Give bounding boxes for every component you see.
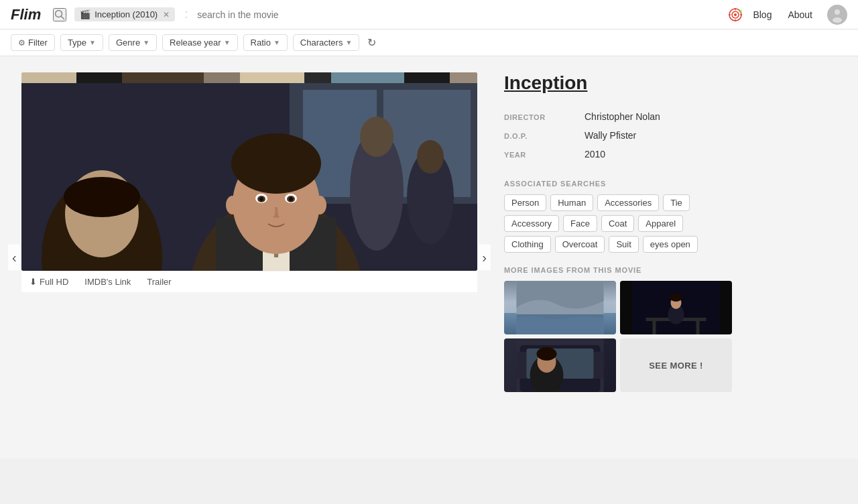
left-panel-wrapper: ‹ <box>21 72 477 442</box>
imdb-link[interactable]: IMDB's Link <box>84 277 131 287</box>
movie-tag-close-icon[interactable]: ✕ <box>163 10 170 19</box>
filter-icon: ⚙ <box>18 38 25 48</box>
movie-tag-icon: 🎬 <box>80 9 90 19</box>
characters-chevron-icon: ▼ <box>345 39 352 46</box>
svg-point-35 <box>313 196 326 214</box>
thumbnail-2[interactable] <box>620 281 732 334</box>
svg-point-32 <box>259 197 263 201</box>
search-tag[interactable]: Suit <box>609 236 638 253</box>
movie-image <box>21 83 477 271</box>
svg-point-16 <box>360 117 393 157</box>
ratio-label: Ratio <box>251 38 271 48</box>
movie-title[interactable]: Inception <box>504 72 732 94</box>
thumbnail-1[interactable] <box>504 281 616 334</box>
dop-row: D.O.P. Wally Pfister <box>504 126 732 145</box>
release-year-label: Release year <box>170 38 221 48</box>
app-header: Flim 🎬 Inception (2010) ✕ : Blog About <box>0 0 858 29</box>
filter-bar: ⚙ Filter Type ▼ Genre ▼ Release year ▼ R… <box>0 29 858 56</box>
release-year-chevron-icon: ▼ <box>224 39 231 46</box>
svg-point-27 <box>231 133 321 194</box>
year-label: YEAR <box>504 151 585 159</box>
refresh-icon[interactable]: ↻ <box>365 34 379 52</box>
about-link[interactable]: About <box>788 9 812 20</box>
full-hd-link[interactable]: ⬇ Full HD <box>29 277 68 287</box>
search-tag[interactable]: Apparel <box>638 215 683 232</box>
search-tag[interactable]: Accessory <box>504 215 559 232</box>
search-tag[interactable]: Coat <box>601 215 634 232</box>
user-avatar[interactable] <box>827 5 847 25</box>
svg-point-44 <box>670 294 682 302</box>
type-label: Type <box>68 38 86 48</box>
more-images-label: MORE IMAGES FROM THIS MOVIE <box>504 266 732 274</box>
director-row: DIRECTOR Christopher Nolan <box>504 107 732 126</box>
ratio-dropdown[interactable]: Ratio ▼ <box>243 34 288 51</box>
svg-point-51 <box>537 347 557 361</box>
thumbnails-grid: SEE MORE ! <box>504 281 732 392</box>
tags-container: PersonHumanAccessoriesTieAccessoryFaceCo… <box>504 194 732 253</box>
main-content: ‹ <box>0 56 858 458</box>
svg-point-9 <box>835 9 840 15</box>
svg-point-10 <box>833 17 842 23</box>
movie-frame <box>21 83 477 271</box>
search-tag[interactable]: Accessories <box>597 194 659 211</box>
download-icon: ⬇ <box>29 277 37 287</box>
meta-table: DIRECTOR Christopher Nolan D.O.P. Wally … <box>504 107 732 164</box>
trailer-link[interactable]: Trailer <box>147 277 171 287</box>
release-year-dropdown[interactable]: Release year ▼ <box>162 34 238 51</box>
characters-label: Characters <box>300 38 343 48</box>
app-logo: Flim <box>11 6 41 23</box>
genre-dropdown[interactable]: Genre ▼ <box>109 34 157 51</box>
target-icon-button[interactable] <box>725 4 746 25</box>
svg-point-4 <box>734 13 737 16</box>
svg-line-1 <box>62 16 64 19</box>
search-tag[interactable]: Face <box>563 215 597 232</box>
genre-label: Genre <box>116 38 140 48</box>
color-strip <box>21 72 477 83</box>
director-label: DIRECTOR <box>504 113 585 121</box>
movie-tag[interactable]: 🎬 Inception (2010) ✕ <box>74 7 175 21</box>
left-panel: ⬇ Full HD IMDB's Link Trailer <box>21 72 477 292</box>
search-tag[interactable]: Clothing <box>504 236 551 253</box>
type-dropdown[interactable]: Type ▼ <box>60 34 103 51</box>
characters-dropdown[interactable]: Characters ▼ <box>293 34 359 51</box>
svg-point-34 <box>226 196 239 214</box>
movie-tag-label: Inception (2010) <box>95 9 158 19</box>
svg-rect-41 <box>696 321 700 334</box>
full-hd-label: Full HD <box>40 277 68 287</box>
frame-bottom-bar: ⬇ Full HD IMDB's Link Trailer <box>21 271 477 292</box>
dop-label: D.O.P. <box>504 132 585 140</box>
filter-label: Filter <box>28 38 48 48</box>
genre-chevron-icon: ▼ <box>143 39 149 46</box>
search-tag[interactable]: Person <box>504 194 546 211</box>
dop-value: Wally Pfister <box>585 130 636 141</box>
filter-button[interactable]: ⚙ Filter <box>11 34 55 51</box>
ratio-chevron-icon: ▼ <box>273 39 280 46</box>
search-tag[interactable]: Human <box>550 194 593 211</box>
search-icon-button[interactable] <box>53 8 66 21</box>
search-tag[interactable]: eyes open <box>643 236 698 253</box>
see-more-button[interactable]: SEE MORE ! <box>620 338 732 392</box>
blog-link[interactable]: Blog <box>753 9 772 20</box>
search-tag[interactable]: Tie <box>663 194 690 211</box>
search-separator: : <box>184 7 188 21</box>
next-arrow[interactable]: › <box>478 245 491 271</box>
prev-arrow[interactable]: ‹ <box>8 245 21 271</box>
thumbnail-3[interactable] <box>504 338 616 392</box>
year-value: 2010 <box>585 149 605 160</box>
type-chevron-icon: ▼ <box>89 39 96 46</box>
search-input[interactable] <box>197 9 454 20</box>
year-row: YEAR 2010 <box>504 145 732 164</box>
associated-searches-label: ASSOCIATED SEARCHES <box>504 180 732 188</box>
search-tag[interactable]: Overcoat <box>555 236 605 253</box>
header-nav: Blog About <box>753 9 812 20</box>
right-panel: Inception DIRECTOR Christopher Nolan D.O… <box>504 72 732 442</box>
svg-point-18 <box>417 140 444 174</box>
director-value: Christopher Nolan <box>585 111 660 122</box>
svg-point-21 <box>64 177 140 217</box>
svg-point-33 <box>289 197 293 201</box>
svg-rect-40 <box>653 321 656 334</box>
